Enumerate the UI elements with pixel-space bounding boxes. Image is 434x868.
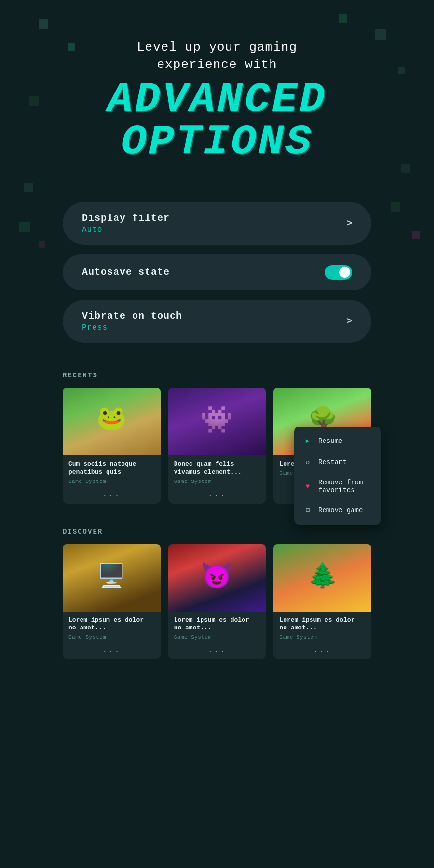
display-filter-row[interactable]: Display filter Auto > xyxy=(63,202,371,245)
discover-title-1: Lorem ipsum es dolor no amet... xyxy=(68,616,155,633)
settings-section: Display filter Auto > Autosave state Vib… xyxy=(0,192,434,362)
game-thumb-1 xyxy=(63,388,161,455)
game-system-1: Game System xyxy=(68,479,155,484)
autosave-toggle[interactable] xyxy=(325,265,352,280)
display-filter-info: Display filter Auto xyxy=(82,213,170,234)
remove-icon: ⊟ xyxy=(303,506,312,515)
game-thumb-2 xyxy=(168,388,266,455)
context-resume[interactable]: ▶ Resume xyxy=(294,430,381,452)
discover-info-1: Lorem ipsum es dolor no amet... Game Sys… xyxy=(63,612,161,643)
autosave-state-row[interactable]: Autosave state xyxy=(63,254,371,290)
recents-section: RECENTS Cum sociis natoque penatibus qui… xyxy=(0,362,434,518)
discover-card-3[interactable]: Lorem ipsum es dolor no amet... Game Sys… xyxy=(273,544,371,660)
context-menu: ▶ Resume ↺ Restart ♥ Remove from favorit… xyxy=(294,427,381,525)
discover-thumb-1 xyxy=(63,544,161,612)
discover-title: DISCOVER xyxy=(63,528,371,535)
hero-subtitle: Level up your gaming experience with xyxy=(19,39,415,74)
discover-more-2[interactable]: ... xyxy=(168,643,266,659)
game-more-2[interactable]: ... xyxy=(168,487,266,504)
context-restart[interactable]: ↺ Restart xyxy=(294,452,381,473)
remove-fav-label: Remove from favorites xyxy=(318,479,363,494)
discover-more-1[interactable]: ... xyxy=(63,643,161,659)
game-title-2: Donec quam felis vivamus element... xyxy=(174,460,260,477)
discover-system-1: Game System xyxy=(68,634,155,640)
restart-icon: ↺ xyxy=(303,457,312,467)
discover-info-3: Lorem ipsum es dolor no amet... Game Sys… xyxy=(273,612,371,643)
discover-more-3[interactable]: ... xyxy=(273,643,371,659)
discover-section: DISCOVER Lorem ipsum es dolor no amet...… xyxy=(0,518,434,674)
discover-grid: Lorem ipsum es dolor no amet... Game Sys… xyxy=(63,544,371,660)
discover-card-2[interactable]: Lorem ipsum es dolor no amet... Game Sys… xyxy=(168,544,266,660)
autosave-state-info: Autosave state xyxy=(82,267,170,278)
discover-system-3: Game System xyxy=(279,634,366,640)
display-filter-label: Display filter xyxy=(82,213,170,224)
recents-title: RECENTS xyxy=(63,372,371,379)
recents-grid: Cum sociis natoque penatibus quis Game S… xyxy=(63,388,371,504)
fav-icon: ♥ xyxy=(303,481,312,491)
discover-thumb-2 xyxy=(168,544,266,612)
context-remove-game[interactable]: ⊟ Remove game xyxy=(294,500,381,521)
discover-info-2: Lorem ipsum es dolor no amet... Game Sys… xyxy=(168,612,266,643)
vibrate-on-touch-arrow: > xyxy=(346,316,352,327)
toggle-knob xyxy=(339,267,350,278)
hero-title-line2: OPTIONS xyxy=(19,121,415,163)
game-card-2[interactable]: Donec quam felis vivamus element... Game… xyxy=(168,388,266,504)
display-filter-arrow: > xyxy=(346,218,352,229)
restart-label: Restart xyxy=(318,458,347,466)
hero-section: Level up your gaming experience with ADV… xyxy=(0,0,434,192)
context-remove-fav[interactable]: ♥ Remove from favorites xyxy=(294,473,381,500)
game-system-2: Game System xyxy=(174,479,260,484)
resume-icon: ▶ xyxy=(303,436,312,446)
game-info-1: Cum sociis natoque penatibus quis Game S… xyxy=(63,455,161,487)
discover-system-2: Game System xyxy=(174,634,260,640)
hero-title-line1: ADVANCED xyxy=(19,79,415,121)
vibrate-on-touch-row[interactable]: Vibrate on touch Press > xyxy=(63,300,371,343)
game-more-1[interactable]: ... xyxy=(63,487,161,504)
display-filter-value: Auto xyxy=(82,226,170,234)
discover-thumb-3 xyxy=(273,544,371,612)
vibrate-on-touch-label: Vibrate on touch xyxy=(82,310,182,321)
remove-game-label: Remove game xyxy=(318,507,363,514)
game-title-1: Cum sociis natoque penatibus quis xyxy=(68,460,155,477)
game-card-3[interactable]: Lorem ips dolor no Game System ... ▶ Res… xyxy=(273,388,371,504)
game-card-1[interactable]: Cum sociis natoque penatibus quis Game S… xyxy=(63,388,161,504)
discover-card-1[interactable]: Lorem ipsum es dolor no amet... Game Sys… xyxy=(63,544,161,660)
vibrate-on-touch-info: Vibrate on touch Press xyxy=(82,310,182,332)
game-info-2: Donec quam felis vivamus element... Game… xyxy=(168,455,266,487)
vibrate-on-touch-value: Press xyxy=(82,323,182,332)
resume-label: Resume xyxy=(318,437,342,445)
autosave-state-label: Autosave state xyxy=(82,267,170,278)
discover-title-3: Lorem ipsum es dolor no amet... xyxy=(279,616,366,633)
discover-title-2: Lorem ipsum es dolor no amet... xyxy=(174,616,260,633)
